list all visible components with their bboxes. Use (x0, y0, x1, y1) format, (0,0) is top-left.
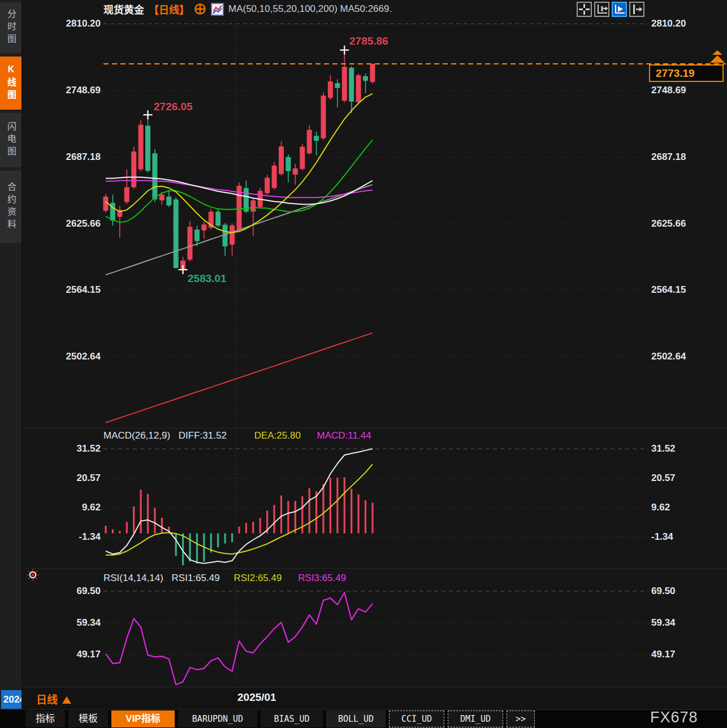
macd-diff-value: DIFF:31.52 (179, 430, 227, 441)
app-window: 分时图 K线图 闪电图 合约资料 2024 现货黄金 【日线】 MA(50,10… (0, 0, 727, 728)
rsi-pane-header: RSI(14,14,14) RSI1:65.49 RSI2:65.49 RSI3… (103, 573, 346, 584)
macd-pane-header: MACD(26,12,9) DIFF:31.52 DEA:25.80 MACD:… (103, 430, 371, 441)
macd-axis-label: -1.34 (23, 531, 101, 543)
price-axis-label: 2502.64 (651, 350, 725, 363)
macd-axis-label: -1.34 (651, 531, 725, 543)
mini-chart-icon[interactable] (211, 3, 224, 16)
macd-axis-label: 9.62 (23, 501, 101, 514)
chart-toolbar (577, 2, 644, 17)
macd-axis-label: 20.57 (23, 472, 101, 484)
chart-header: 现货黄金 【日线】 MA(50,10,55,20,100,200) MA50:2… (103, 1, 392, 17)
ma-legend-text: MA(50,10,55,20,100,200) MA50:2669. (228, 3, 392, 15)
tab-more[interactable]: >> (507, 710, 535, 727)
jump-to-end-tool-button[interactable] (629, 2, 644, 17)
period-selector[interactable]: 日线 (36, 691, 71, 707)
timeline-row: 日线 2025/01 (21, 687, 727, 710)
period-up-arrow-icon (62, 696, 71, 704)
period-tag: 【日线】 (149, 2, 189, 16)
macd-axis-label: 20.57 (651, 472, 725, 484)
sidebar: 分时图 K线图 闪电图 合约资料 2024 (0, 0, 22, 728)
rsi-name: RSI(14,14,14) (103, 573, 163, 583)
rsi-axis-label: 69.50 (651, 585, 725, 597)
scroll-to-latest-icon[interactable] (710, 50, 725, 63)
macd-name: MACD(26,12,9) (103, 430, 170, 441)
symbol-title: 现货黄金 (103, 2, 144, 16)
axis-start-year-badge: 2024 (1, 690, 24, 709)
macd-axis-label: 31.52 (651, 443, 725, 455)
low-price-label: 2583.01 (188, 272, 227, 285)
sidebar-item-lightning-chart[interactable]: 闪电图 (0, 113, 21, 167)
current-price-box: 2773.19 (649, 64, 724, 82)
rsi-axis-label: 69.50 (23, 585, 101, 597)
rsi1-value: RSI1:65.49 (172, 573, 220, 583)
rsi3-value: RSI3:65.49 (298, 573, 346, 583)
axis-play-tool-button[interactable] (612, 2, 627, 17)
indicator-tabbar: 指标 模板 VIP指标 BARUPDN_UD BIAS_UD BOLL_UD C… (0, 710, 727, 728)
price-axis-label: 2810.20 (651, 18, 725, 30)
tab-indicators[interactable]: 指标 (25, 710, 65, 727)
peak-price-label: 2726.05 (154, 101, 193, 113)
price-axis-label: 2748.69 (23, 84, 101, 97)
tab-boll-ud[interactable]: BOLL_UD (326, 710, 386, 727)
indicator-settings-icon[interactable] (27, 569, 39, 583)
price-axis-label: 2625.66 (651, 218, 725, 230)
price-axis-label: 2502.64 (23, 350, 101, 363)
price-axis-label: 2687.18 (23, 151, 101, 163)
sidebar-item-contract-info[interactable]: 合约资料 (0, 171, 21, 243)
tab-vip-indicators[interactable]: VIP指标 (111, 710, 175, 727)
macd-axis-label: 31.52 (23, 443, 101, 455)
tab-barupdn-ud[interactable]: BARUPDN_UD (178, 710, 257, 727)
crosshair-target-icon[interactable] (194, 3, 206, 15)
price-axis-label: 2564.15 (651, 284, 725, 296)
price-axis-label: 2625.66 (23, 218, 101, 230)
watermark: FX678 (650, 709, 698, 726)
rsi-axis-label: 59.34 (23, 617, 101, 629)
rsi-axis-label: 49.17 (651, 648, 725, 661)
price-axis-label: 2810.20 (23, 18, 101, 30)
macd-axis-label: 9.62 (651, 501, 725, 514)
tab-cci-ud[interactable]: CCI_UD (389, 710, 444, 727)
tab-dmi-ud[interactable]: DMI_UD (448, 710, 503, 727)
crosshair-tool-button[interactable] (577, 2, 592, 17)
date-axis-label: 2025/01 (237, 691, 276, 704)
divider (21, 568, 727, 569)
high-price-label: 2785.86 (349, 35, 388, 47)
axis-scale-tool-button[interactable] (594, 2, 609, 17)
rsi-axis-label: 59.34 (651, 617, 725, 629)
kline-chart-canvas[interactable] (0, 0, 727, 728)
sidebar-item-timeshare-chart[interactable]: 分时图 (0, 2, 21, 53)
macd-dea-value: DEA:25.80 (254, 430, 301, 441)
rsi2-value: RSI2:65.49 (233, 573, 282, 583)
sidebar-item-kline-chart[interactable]: K线图 (0, 57, 21, 110)
tab-bias-ud[interactable]: BIAS_UD (261, 710, 323, 727)
macd-hist-value: MACD:11.44 (317, 430, 371, 441)
divider (21, 428, 727, 428)
tab-templates[interactable]: 模板 (68, 710, 108, 727)
price-axis-label: 2564.15 (23, 284, 101, 296)
price-axis-label: 2687.18 (651, 151, 725, 163)
rsi-axis-label: 49.17 (23, 648, 101, 661)
price-axis-label: 2748.69 (651, 84, 725, 97)
